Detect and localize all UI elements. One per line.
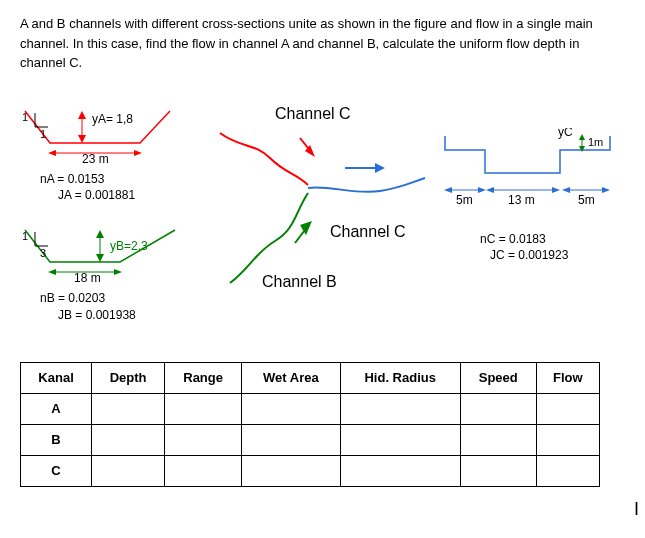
col-speed: Speed <box>460 362 536 393</box>
channel-a-j: JA = 0.001881 <box>58 187 200 204</box>
svg-marker-41 <box>552 187 560 193</box>
diagrams-row: 1 1 yA= 1,8 23 m nA = 0.0153 JA = 0.0018… <box>20 103 625 342</box>
table-row: B <box>21 424 600 455</box>
svg-text:18 m: 18 m <box>74 271 101 282</box>
svg-marker-21 <box>48 269 56 275</box>
svg-marker-6 <box>78 135 86 143</box>
col-wetarea: Wet Area <box>242 362 341 393</box>
table-row: C <box>21 455 600 486</box>
junction-label-b: Channel B <box>262 273 337 291</box>
col-kanal: Kanal <box>21 362 92 393</box>
results-table: Kanal Depth Range Wet Area Hid. Radius S… <box>20 362 600 487</box>
svg-marker-45 <box>602 187 610 193</box>
svg-marker-5 <box>78 111 86 119</box>
junction-label-c-top: Channel C <box>275 105 351 123</box>
col-depth: Depth <box>92 362 165 393</box>
row-b-label: B <box>21 424 92 455</box>
svg-marker-32 <box>579 134 585 140</box>
svg-marker-36 <box>444 187 452 193</box>
col-range: Range <box>165 362 242 393</box>
svg-marker-44 <box>562 187 570 193</box>
svg-marker-40 <box>486 187 494 193</box>
svg-text:yC: yC <box>558 128 573 139</box>
left-column: 1 1 yA= 1,8 23 m nA = 0.0153 JA = 0.0018… <box>20 103 200 342</box>
svg-text:13 m: 13 m <box>508 193 535 207</box>
svg-text:5m: 5m <box>578 193 595 207</box>
channel-c-j: JC = 0.001923 <box>490 247 620 264</box>
channel-b-svg: 1 3 yB=2,3 18 m <box>20 222 195 282</box>
junction-label-c-mid: Channel C <box>330 223 406 241</box>
channel-c-svg: yC 1m 5m 13 m 5m <box>440 128 620 223</box>
channel-a-diagram: 1 1 yA= 1,8 23 m <box>20 103 200 163</box>
channel-b-j: JB = 0.001938 <box>58 307 200 324</box>
col-flow: Flow <box>536 362 599 393</box>
svg-marker-9 <box>48 150 56 156</box>
row-a-label: A <box>21 393 92 424</box>
problem-statement: A and B channels with different cross-se… <box>20 14 625 73</box>
svg-text:1: 1 <box>40 128 46 140</box>
svg-marker-29 <box>375 163 385 173</box>
channel-c-params: nC = 0.0183 JC = 0.001923 <box>480 231 620 265</box>
svg-text:5m: 5m <box>456 193 473 207</box>
channel-b-diagram: 1 3 yB=2,3 18 m <box>20 222 200 282</box>
channel-b-n: nB = 0.0203 <box>40 290 200 307</box>
text-cursor-icon: I <box>634 499 639 501</box>
channel-b-params: nB = 0.0203 JB = 0.001938 <box>40 290 200 324</box>
col-hidradius: Hid. Radius <box>340 362 460 393</box>
row-c-label: C <box>21 455 92 486</box>
svg-marker-17 <box>96 230 104 238</box>
svg-marker-10 <box>134 150 142 156</box>
svg-text:1m: 1m <box>588 136 603 148</box>
svg-text:1: 1 <box>22 111 28 123</box>
channel-a-svg: 1 1 yA= 1,8 23 m <box>20 103 195 163</box>
svg-marker-18 <box>96 254 104 262</box>
channel-a-params: nA = 0.0153 JA = 0.001881 <box>40 171 200 205</box>
svg-text:23 m: 23 m <box>82 152 109 163</box>
svg-text:1: 1 <box>22 230 28 242</box>
table-header-row: Kanal Depth Range Wet Area Hid. Radius S… <box>21 362 600 393</box>
svg-marker-33 <box>579 146 585 152</box>
right-column: yC 1m 5m 13 m 5m <box>440 103 620 283</box>
channel-a-n: nA = 0.0153 <box>40 171 200 188</box>
junction-diagram: Channel C Channel C Channel B <box>200 103 430 323</box>
svg-marker-22 <box>114 269 122 275</box>
svg-text:yA= 1,8: yA= 1,8 <box>92 112 133 126</box>
svg-text:yB=2,3: yB=2,3 <box>110 239 148 253</box>
channel-c-n: nC = 0.0183 <box>480 231 620 248</box>
svg-text:3: 3 <box>40 247 46 259</box>
channel-c-diagram: yC 1m 5m 13 m 5m <box>440 128 620 223</box>
table-row: A <box>21 393 600 424</box>
svg-marker-37 <box>478 187 486 193</box>
